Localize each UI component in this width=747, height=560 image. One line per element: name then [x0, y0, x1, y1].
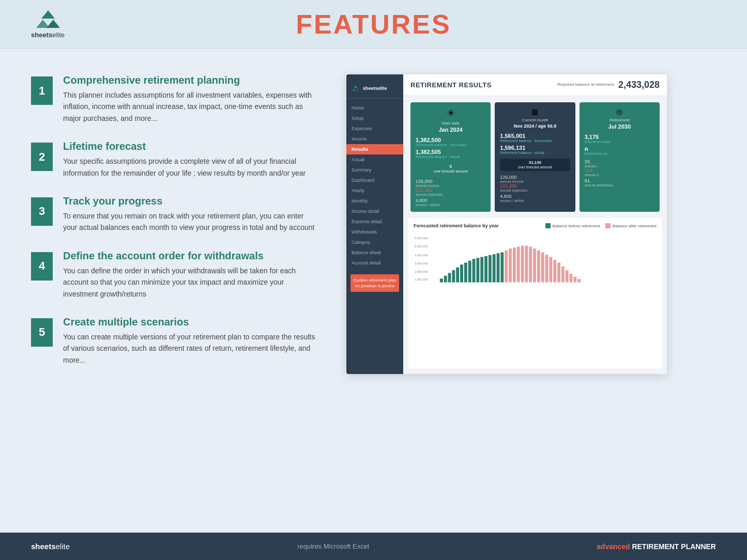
sidebar-item-expenses[interactable]: Expenses: [346, 123, 403, 134]
feature-content-1: Comprehensive retirement planning This p…: [63, 74, 315, 124]
db-start-actual-lbl: Retirement balance - actual: [416, 155, 485, 159]
svg-rect-16: [456, 267, 459, 282]
sidebar-item-actual[interactable]: Actual: [346, 154, 403, 165]
svg-marker-3: [354, 85, 358, 88]
feature-item-1: 1 Comprehensive retirement planning This…: [31, 74, 315, 124]
feature-item-5: 5 Create multiple scenarios You can crea…: [31, 316, 315, 366]
logo: sheetselite: [31, 9, 65, 39]
svg-rect-18: [464, 262, 467, 282]
svg-rect-46: [577, 279, 581, 282]
svg-rect-17: [460, 265, 463, 283]
db-start-label: Start date: [416, 121, 485, 126]
svg-rect-39: [549, 257, 552, 282]
db-retirement-expenses: 114,: [585, 168, 594, 173]
svg-marker-0: [41, 10, 55, 19]
db-start-forecast-lbl: Retirement balance - forecasted: [416, 143, 485, 147]
db-retirement-stat2: n Retirement ba...: [585, 146, 654, 158]
svg-marker-2: [47, 20, 60, 28]
sidebar-item-home[interactable]: Home: [346, 103, 403, 113]
db-start-stat1: 1,382,500 Retirement balance - forecaste…: [416, 137, 485, 149]
footer-right: advanced RETIREMENT PLANNER: [597, 542, 716, 551]
db-retirement-expenses-lbl: annual e...: [585, 173, 602, 177]
feature-desc-2: Your specific assumptions provide a comp…: [63, 155, 315, 179]
db-start-expenses-lbl: annual expenses: [416, 193, 443, 196]
features-list: 1 Comprehensive retirement planning This…: [31, 74, 315, 366]
db-current-income: 126,000: [500, 175, 517, 180]
db-current-date: Nov 2024 / age 56.9: [500, 123, 570, 129]
db-card-retirement: ◎ Retirement Jul 2030 3,175 Retirement b…: [580, 102, 660, 212]
page-header: sheetselite FEATURES: [0, 0, 747, 49]
svg-rect-31: [517, 246, 520, 282]
svg-rect-32: [521, 246, 524, 283]
db-start-date: Jan 2024: [416, 127, 485, 133]
db-start-over-badge: 5 over forecast amount: [416, 163, 485, 175]
db-current-actual-val: 1,596,131: [500, 145, 570, 151]
svg-rect-19: [468, 261, 471, 283]
db-card-start: ☀ Start date Jan 2024 1,382,500 Retireme…: [410, 102, 491, 212]
footer-logo: sheetselite: [31, 542, 70, 551]
sidebar-item-yearly[interactable]: Yearly: [346, 185, 403, 196]
sidebar-item-income-detail[interactable]: Income detail: [346, 206, 403, 216]
svg-text:6,000,000: 6,000,000: [415, 237, 428, 240]
svg-rect-45: [573, 277, 576, 283]
db-retirement-forecast-val: 3,175: [585, 134, 654, 140]
svg-rect-12: [440, 278, 443, 282]
db-current-forecast-val: 1,565,001: [500, 133, 570, 139]
svg-rect-44: [570, 274, 573, 282]
feature-desc-4: You can define the order in which your w…: [63, 265, 315, 300]
db-current-stat1: 1,565,001 Retirement balance - forecaste…: [500, 133, 570, 145]
db-balance-value: 2,433,028: [618, 80, 660, 90]
dashboard-screenshot: sheetselite Home Setup Expenses Income R…: [346, 74, 667, 374]
sidebar-item-summary[interactable]: Summary: [346, 165, 403, 175]
svg-rect-37: [541, 252, 544, 282]
sidebar-item-income[interactable]: Income: [346, 134, 403, 144]
legend-before-color: [545, 223, 551, 228]
db-start-excess-lbl: excess / deficit: [416, 203, 439, 207]
db-current-expenses: 121,200: [500, 183, 517, 189]
sidebar-item-expense-detail[interactable]: Expense detail: [346, 216, 403, 227]
db-start-stat2: 1,382,505 Retirement balance - actual: [416, 149, 485, 161]
sidebar-item-category[interactable]: Category: [346, 237, 403, 247]
legend-after-label: Balance after retirement: [613, 224, 657, 228]
db-start-forecast-val: 1,382,500: [416, 137, 485, 143]
svg-rect-13: [444, 276, 447, 283]
sidebar-item-results[interactable]: Results: [346, 144, 403, 154]
svg-rect-15: [452, 270, 455, 283]
legend-after: Balance after retirement: [605, 223, 657, 228]
db-start-actual-val: 1,382,505: [416, 149, 485, 155]
db-chart-area: Forecasted retirement balance by year Ba…: [408, 218, 662, 369]
feature-title-3: Track your progress: [63, 195, 315, 207]
db-retirement-actual-val: n: [585, 146, 654, 152]
db-retirement-stat1: 3,175 Retirement bala...: [585, 134, 654, 146]
feature-title-1: Comprehensive retirement planning: [63, 74, 315, 86]
db-req-label: Required balance at retirement: [557, 82, 614, 87]
sidebar-custom-btn[interactable]: Custom retirement plan for jonathan & je…: [350, 274, 399, 292]
db-current-forecast-lbl: Retirement balance - forecasted: [500, 139, 570, 143]
svg-rect-22: [480, 257, 483, 282]
svg-rect-26: [497, 253, 500, 282]
svg-rect-36: [537, 251, 540, 283]
sidebar-item-balance-sheet[interactable]: Balance sheet: [346, 247, 403, 258]
feature-content-4: Define the account order for withdrawals…: [63, 250, 315, 300]
page-footer: sheetselite requires Microsoft Excel adv…: [0, 533, 747, 560]
db-start-icon: ☀: [416, 107, 485, 119]
db-card-current: ▦ Current month Nov 2024 / age 56.9 1,56…: [495, 102, 575, 212]
db-top-header: RETIREMENT RESULTS Required balance at r…: [403, 74, 667, 96]
db-chart-svg: 6,000,000 5,000,000 4,000,000 3,000,000 …: [414, 234, 657, 285]
feature-title-5: Create multiple scenarios: [63, 316, 315, 328]
legend-before-label: Balance before retirement: [553, 224, 600, 228]
svg-rect-43: [566, 270, 569, 283]
db-start-expenses: 121,200: [416, 188, 433, 193]
sidebar-item-account-detail[interactable]: Account detail: [346, 258, 403, 268]
feature-number-1: 1: [31, 76, 53, 105]
db-main: RETIREMENT RESULTS Required balance at r…: [403, 74, 667, 374]
sidebar-item-withdrawals[interactable]: Withdrawals: [346, 227, 403, 237]
svg-rect-23: [484, 256, 487, 283]
feature-number-3: 3: [31, 197, 53, 226]
sidebar-item-dashboard[interactable]: Dashboard: [346, 175, 403, 185]
sidebar-item-monthly[interactable]: Monthly: [346, 196, 403, 206]
logo-text: sheetselite: [31, 31, 65, 39]
svg-rect-21: [476, 258, 479, 282]
sidebar-item-setup[interactable]: Setup: [346, 113, 403, 123]
db-logo-text: sheetselite: [363, 86, 387, 91]
